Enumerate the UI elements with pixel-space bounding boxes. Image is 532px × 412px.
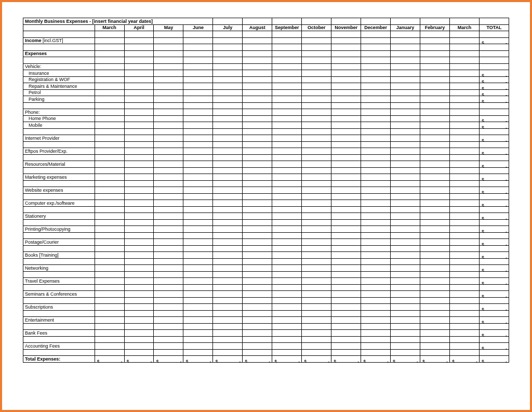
cell: [391, 265, 420, 272]
cell: [302, 200, 331, 207]
col-header-october-7: October: [302, 24, 331, 31]
row-label: Postage/Courier: [23, 239, 95, 246]
cell: [361, 115, 391, 122]
cell: [124, 200, 154, 207]
header-row: MarchAprilMayJuneJulyAugustSeptemberOcto…: [23, 24, 509, 31]
cell: [391, 76, 420, 83]
cell: [95, 135, 124, 142]
cell: [183, 37, 213, 44]
cell: [154, 252, 183, 259]
cell: [331, 252, 361, 259]
cell: [243, 89, 272, 96]
row-total: $-: [479, 200, 509, 207]
cell: [95, 148, 124, 155]
cell: [331, 200, 361, 207]
cell: [361, 148, 391, 155]
cell: [331, 76, 361, 83]
col-header-december-9: December: [361, 24, 391, 31]
cell: [154, 187, 183, 194]
row-total: $-: [479, 96, 509, 103]
cell: [243, 83, 272, 90]
row-25: [23, 193, 509, 200]
row-label: Marketing expenses: [23, 174, 95, 181]
cell: [361, 187, 391, 194]
cell: [361, 174, 391, 181]
cell: [124, 187, 154, 194]
cell: [272, 200, 302, 207]
cell: [95, 291, 124, 298]
row-total: $-: [479, 252, 509, 259]
cell: [124, 161, 154, 168]
cell: [361, 343, 391, 350]
row-label: Eftpos Provider/Exp.: [23, 148, 95, 155]
cell: [154, 161, 183, 168]
cell: [243, 213, 272, 220]
cell: [391, 317, 420, 324]
row-total: $-: [479, 37, 509, 44]
cell: [450, 161, 480, 168]
cell: [361, 278, 391, 285]
cell: [331, 304, 361, 311]
cell: [95, 304, 124, 311]
cell: [95, 83, 124, 90]
cell: [272, 76, 302, 83]
row-total: $-: [479, 135, 509, 142]
row-label: Printing/Photocopying: [23, 226, 95, 233]
cell: [183, 161, 213, 168]
cell: [124, 83, 154, 90]
cell: [124, 115, 154, 122]
row-49: [23, 349, 509, 356]
cell: [331, 330, 361, 337]
cell: [272, 304, 302, 311]
cell: [302, 96, 331, 103]
cell: [183, 122, 213, 129]
row-12: Phone:: [23, 109, 509, 116]
col-header-total: TOTAL: [479, 24, 509, 31]
row-24: Website expenses$-: [23, 187, 509, 194]
row-label: Insurance: [23, 70, 95, 77]
cell: [154, 37, 183, 44]
cell: [450, 265, 480, 272]
cell: [213, 37, 243, 44]
cell: [331, 70, 361, 77]
cell: [391, 37, 420, 44]
cell: [361, 37, 391, 44]
cell: [154, 89, 183, 96]
row-29: [23, 219, 509, 226]
month-total: $-: [213, 356, 243, 363]
cell: [391, 122, 420, 129]
row-31: [23, 232, 509, 239]
cell: [243, 278, 272, 285]
cell: [213, 330, 243, 337]
cell: [213, 252, 243, 259]
cell: [95, 122, 124, 129]
cell: [154, 304, 183, 311]
cell: [331, 239, 361, 246]
cell: [302, 226, 331, 233]
row-16: Internet Provider$-: [23, 135, 509, 142]
cell: [361, 330, 391, 337]
cell: [183, 265, 213, 272]
cell: [243, 148, 272, 155]
row-0: [23, 31, 509, 38]
cell: [95, 330, 124, 337]
cell: [243, 200, 272, 207]
cell: [331, 37, 361, 44]
cell: [213, 89, 243, 96]
row-total: $-: [479, 174, 509, 181]
cell: [450, 89, 480, 96]
row-total: $-: [479, 239, 509, 246]
row-11: [23, 102, 509, 109]
cell: [243, 252, 272, 259]
cell: [243, 291, 272, 298]
cell: [213, 135, 243, 142]
cell: [450, 330, 480, 337]
cell: [243, 122, 272, 129]
cell: [331, 174, 361, 181]
month-total: $-: [361, 356, 391, 363]
cell: [331, 265, 361, 272]
row-total: $-: [479, 89, 509, 96]
cell: [272, 70, 302, 77]
cell: [391, 135, 420, 142]
cell: [95, 187, 124, 194]
